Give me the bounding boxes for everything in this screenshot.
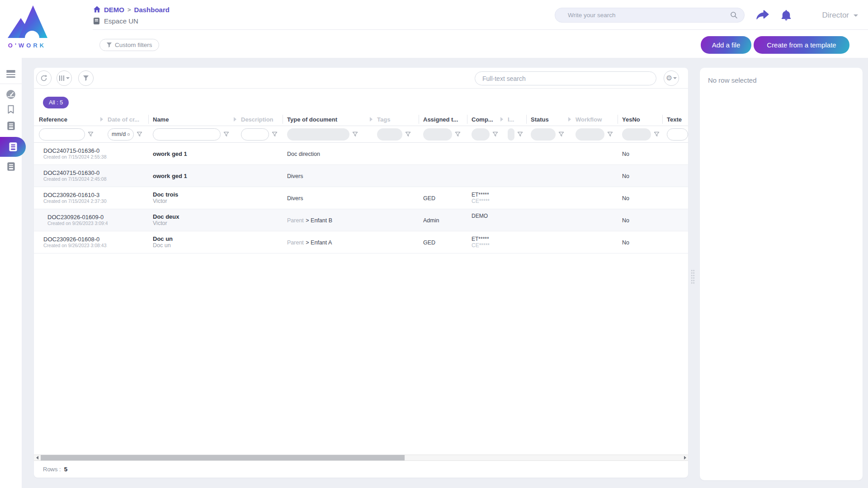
table-row[interactable]: DOC230926-01608-0 Created on 9/26/2023 3…	[34, 231, 688, 253]
sidebar-menu-toggle[interactable]	[0, 69, 22, 73]
filter-tags	[377, 126, 423, 142]
all-count-badge[interactable]: All : 5	[43, 97, 69, 108]
column-header-texte[interactable]: Texte	[667, 113, 688, 126]
table-row[interactable]: DOC240715-01630-0 Created on 7/15/2024 2…	[34, 165, 688, 187]
notifications-button[interactable]	[781, 10, 791, 23]
column-header-company[interactable]: Comp...	[472, 113, 508, 126]
fulltext-search[interactable]	[475, 71, 656, 85]
filter-name	[153, 126, 241, 142]
filter-company-disabled	[472, 128, 490, 141]
breadcrumb-root[interactable]: DEMO	[104, 6, 124, 14]
funnel-outline-icon[interactable]	[492, 131, 498, 137]
filter-description-input[interactable]	[241, 128, 269, 141]
column-header-type[interactable]: Type of document	[287, 113, 377, 126]
chevron-down-icon	[854, 14, 858, 17]
doc-created: Created on 9/26/2023 3:08:43 AM	[43, 243, 108, 249]
doc-company: ET*****	[472, 236, 508, 242]
filter-yesno-disabled	[622, 128, 651, 141]
doc-subtitle: Doc un	[153, 242, 241, 249]
refresh-button[interactable]	[36, 70, 52, 86]
table-row[interactable]: DOC230926-01610-3 Created on 7/15/2024 2…	[34, 187, 688, 209]
sort-arrow-icon	[500, 117, 503, 122]
sort-arrow-icon	[568, 117, 571, 122]
funnel-outline-icon[interactable]	[455, 131, 461, 137]
app-logo[interactable]: O'WORK	[5, 3, 49, 49]
doc-company: DEMO	[472, 213, 508, 219]
table-header-row: Reference Date of cr... Name Description…	[34, 113, 688, 126]
column-separator	[419, 115, 419, 124]
sidebar-item-dashboard[interactable]	[0, 89, 22, 99]
filter-assigned-disabled	[423, 128, 452, 141]
user-role-menu[interactable]: Director	[822, 11, 858, 20]
funnel-outline-icon[interactable]	[223, 131, 229, 137]
funnel-outline-icon[interactable]	[607, 131, 613, 137]
sidebar-item-bookmarks[interactable]	[0, 105, 22, 114]
scrollbar-thumb[interactable]	[41, 455, 405, 460]
sidebar-item-archive[interactable]	[0, 162, 22, 171]
doc-type: > Enfant A	[306, 239, 332, 246]
column-header-status[interactable]: Status	[531, 113, 576, 126]
hamburger-icon	[6, 70, 15, 71]
funnel-outline-icon[interactable]	[517, 131, 523, 137]
column-separator	[618, 115, 618, 124]
columns-button[interactable]	[57, 70, 72, 86]
column-separator	[283, 115, 283, 124]
column-separator	[662, 115, 663, 124]
filter-tags-disabled	[377, 128, 402, 141]
table-row[interactable]: w DOC230926-01609-0 Created on 9/26/2023…	[34, 209, 688, 231]
panel-resize-handle[interactable]	[691, 269, 695, 284]
mountain-logo-icon	[6, 3, 48, 40]
column-header-tags[interactable]: Tags	[377, 113, 423, 126]
sidebar-item-library[interactable]	[0, 121, 22, 131]
table-settings-button[interactable]: ⚙	[664, 70, 679, 86]
filter-date-input[interactable]: mm/d	[108, 128, 134, 141]
fulltext-search-input[interactable]	[482, 75, 649, 82]
breadcrumb-current[interactable]: Dashboard	[134, 6, 170, 14]
bell-icon	[781, 10, 791, 21]
workspace-book-icon	[93, 17, 100, 25]
column-header-yesno[interactable]: YesNo	[622, 113, 667, 126]
share-button[interactable]	[756, 10, 769, 22]
add-file-button[interactable]: Add a file	[701, 36, 751, 54]
funnel-outline-icon[interactable]	[558, 131, 564, 137]
filter-name-input[interactable]	[153, 128, 221, 141]
column-header-reference[interactable]: Reference	[39, 113, 108, 126]
table-row[interactable]: DOC240715-01636-0 Created on 7/15/2024 2…	[34, 143, 688, 165]
create-from-template-button[interactable]: Create from a template	[754, 36, 849, 54]
scroll-left-arrow[interactable]	[34, 455, 40, 460]
global-search[interactable]	[555, 8, 745, 23]
breadcrumb: DEMO > Dashboard Espace UN	[93, 5, 170, 25]
funnel-outline-icon[interactable]	[405, 131, 411, 137]
doc-company-sub: CE*****	[472, 242, 508, 249]
filters-button[interactable]	[78, 70, 94, 86]
sidebar-item-documents-active[interactable]	[0, 137, 26, 157]
filter-workflow-disabled	[576, 128, 604, 141]
custom-filters-button[interactable]: Custom filters	[99, 39, 159, 51]
column-header-description[interactable]: Description	[241, 113, 287, 126]
left-sidebar	[0, 58, 22, 488]
column-header-assigned[interactable]: Assigned t...	[423, 113, 472, 126]
funnel-outline-icon[interactable]	[137, 131, 142, 137]
column-header-name[interactable]: Name	[153, 113, 241, 126]
filter-reference-input[interactable]	[39, 128, 85, 141]
horizontal-scrollbar[interactable]	[34, 455, 688, 461]
doc-reference: DOC230926-01608-0	[43, 236, 108, 243]
funnel-outline-icon[interactable]	[272, 131, 278, 137]
doc-type: Doc direction	[287, 151, 320, 157]
column-header-date[interactable]: Date of cr...	[108, 113, 153, 126]
global-search-input[interactable]	[568, 12, 730, 19]
scroll-right-arrow[interactable]	[682, 455, 688, 460]
column-header-workflow[interactable]: Workflow	[576, 113, 622, 126]
columns-icon	[59, 75, 65, 81]
doc-reference: DOC230926-01610-3	[43, 192, 108, 198]
calendar-icon[interactable]	[127, 132, 130, 137]
doc-name: owork ged 1	[153, 150, 241, 157]
filter-texte-input[interactable]	[667, 128, 688, 141]
search-icon[interactable]	[730, 11, 738, 19]
funnel-outline-icon[interactable]	[654, 131, 660, 137]
funnel-outline-icon[interactable]	[88, 131, 94, 137]
breadcrumb-separator: >	[127, 6, 131, 13]
funnel-outline-icon[interactable]	[352, 131, 358, 137]
home-icon[interactable]	[93, 6, 101, 13]
column-header-i[interactable]: I...	[508, 113, 531, 126]
